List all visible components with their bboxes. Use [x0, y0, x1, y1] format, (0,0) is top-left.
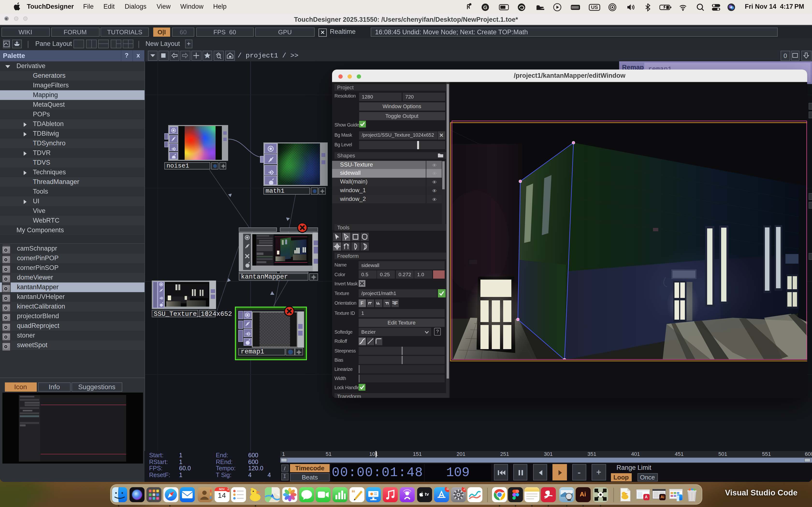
- svg-text:“: “: [351, 488, 355, 497]
- svg-text:tv: tv: [424, 491, 429, 496]
- svg-text:US: US: [591, 4, 598, 10]
- svg-text:G: G: [483, 4, 487, 10]
